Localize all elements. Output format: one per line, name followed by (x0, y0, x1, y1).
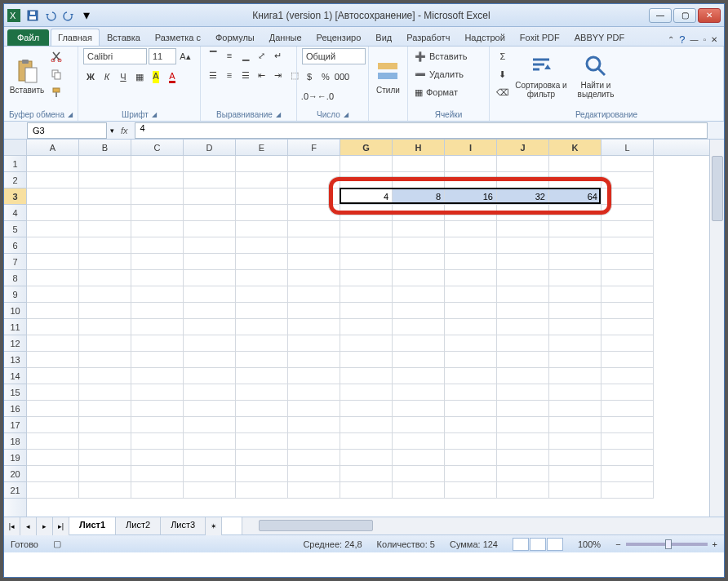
alignment-dialog-launcher-icon[interactable]: ◢ (276, 111, 281, 118)
cell-H11[interactable] (393, 319, 445, 335)
qat-dropdown-icon[interactable]: ▾ (79, 8, 94, 23)
cell-H17[interactable] (393, 417, 445, 433)
cell-J21[interactable] (497, 482, 549, 499)
doc-close-icon[interactable]: ✕ (711, 35, 717, 44)
cell-G13[interactable] (340, 352, 393, 368)
cell-E17[interactable] (236, 417, 288, 433)
row-header-12[interactable]: 12 (4, 335, 26, 352)
align-top-icon[interactable]: ▔ (206, 48, 220, 63)
cell-A9[interactable] (27, 286, 79, 303)
sheet-nav-last-icon[interactable]: ▸| (53, 517, 69, 535)
cell-H13[interactable] (393, 352, 445, 368)
cell-L6[interactable] (601, 237, 654, 254)
cell-C12[interactable] (131, 335, 184, 352)
tab-надстрой[interactable]: Надстрой (457, 29, 512, 46)
cell-D18[interactable] (184, 433, 236, 450)
cell-B8[interactable] (79, 270, 131, 286)
row-header-21[interactable]: 21 (4, 482, 26, 499)
cell-G1[interactable] (340, 156, 393, 172)
cell-H5[interactable] (393, 221, 445, 237)
cell-C2[interactable] (131, 172, 184, 188)
cell-E18[interactable] (236, 433, 288, 450)
border-icon[interactable]: ▦ (132, 69, 147, 84)
cell-E8[interactable] (236, 270, 288, 286)
vertical-scroll-thumb[interactable] (712, 156, 723, 221)
cell-C1[interactable] (131, 156, 184, 172)
font-size-combo[interactable]: 11 (149, 48, 176, 64)
cell-A3[interactable] (27, 188, 79, 205)
cell-B9[interactable] (79, 286, 131, 303)
delete-cells-button[interactable]: ➖Удалить (413, 66, 465, 82)
new-sheet-icon[interactable]: ✶ (206, 517, 222, 535)
col-header-F[interactable]: F (288, 140, 340, 155)
align-bottom-icon[interactable]: ▁ (238, 48, 253, 63)
doc-minimize-icon[interactable]: — (690, 35, 698, 44)
cell-L19[interactable] (601, 450, 654, 466)
cell-E16[interactable] (236, 401, 288, 417)
undo-icon[interactable] (43, 8, 58, 23)
tab-вставка[interactable]: Вставка (100, 29, 148, 46)
cell-E9[interactable] (236, 286, 288, 303)
row-header-18[interactable]: 18 (4, 433, 26, 450)
col-header-C[interactable]: C (131, 140, 184, 155)
cell-J6[interactable] (497, 237, 549, 254)
col-header-I[interactable]: I (445, 140, 497, 155)
cell-B21[interactable] (79, 482, 131, 499)
cell-E11[interactable] (236, 319, 288, 335)
fill-icon[interactable]: ⬇ (495, 66, 511, 82)
cell-D1[interactable] (184, 156, 236, 172)
cell-H20[interactable] (393, 466, 445, 482)
cell-L13[interactable] (601, 352, 654, 368)
row-header-5[interactable]: 5 (4, 221, 26, 237)
tab-вид[interactable]: Вид (368, 29, 399, 46)
cell-K16[interactable] (549, 401, 601, 417)
cell-C21[interactable] (131, 482, 184, 499)
cell-E1[interactable] (236, 156, 288, 172)
row-header-7[interactable]: 7 (4, 254, 26, 270)
cell-I15[interactable] (445, 384, 497, 401)
cell-E21[interactable] (236, 482, 288, 499)
sheet-nav-prev-icon[interactable]: ◂ (20, 517, 37, 535)
cell-I19[interactable] (445, 450, 497, 466)
row-header-6[interactable]: 6 (4, 237, 26, 254)
cell-L11[interactable] (601, 319, 654, 335)
cell-D9[interactable] (184, 286, 236, 303)
cell-D12[interactable] (184, 335, 236, 352)
cell-F4[interactable] (288, 205, 340, 221)
cell-D13[interactable] (184, 352, 236, 368)
cell-E4[interactable] (236, 205, 288, 221)
paste-button[interactable]: Вставить (9, 48, 45, 104)
cut-icon[interactable] (48, 48, 64, 64)
cell-C17[interactable] (131, 417, 184, 433)
cell-I21[interactable] (445, 482, 497, 499)
maximize-button[interactable]: ▢ (673, 8, 696, 23)
cell-F3[interactable] (288, 188, 340, 205)
cell-B18[interactable] (79, 433, 131, 450)
cell-B1[interactable] (79, 156, 131, 172)
cell-D5[interactable] (184, 221, 236, 237)
align-center-icon[interactable]: ≡ (222, 68, 237, 82)
cell-H4[interactable] (393, 205, 445, 221)
cell-G10[interactable] (340, 303, 393, 319)
sheet-tab-Лист1[interactable]: Лист1 (69, 517, 116, 534)
cell-J4[interactable] (497, 205, 549, 221)
cell-D11[interactable] (184, 319, 236, 335)
cell-C7[interactable] (131, 254, 184, 270)
cell-K13[interactable] (549, 352, 601, 368)
cell-L5[interactable] (601, 221, 654, 237)
tab-главная[interactable]: Главная (51, 29, 100, 46)
cell-B7[interactable] (79, 254, 131, 270)
cell-B5[interactable] (79, 221, 131, 237)
format-painter-icon[interactable] (48, 84, 64, 100)
cell-I14[interactable] (445, 368, 497, 384)
cell-B2[interactable] (79, 172, 131, 188)
cell-L1[interactable] (601, 156, 654, 172)
cell-A6[interactable] (27, 237, 79, 254)
align-right-icon[interactable]: ☰ (238, 68, 253, 82)
cell-J11[interactable] (497, 319, 549, 335)
row-header-8[interactable]: 8 (4, 270, 26, 286)
cell-I3[interactable]: 16 (445, 188, 497, 205)
zoom-slider-handle[interactable] (665, 539, 672, 549)
cell-G21[interactable] (340, 482, 393, 499)
cell-J1[interactable] (497, 156, 549, 172)
